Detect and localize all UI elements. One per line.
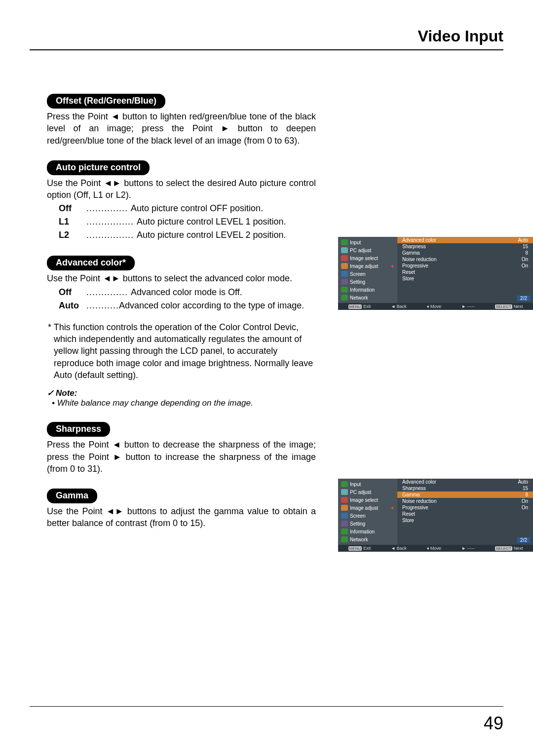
osd-footer-exit-label: Exit (363, 546, 371, 551)
osd-row[interactable]: Sharpness15 (397, 243, 533, 250)
osd-nav-icon (341, 481, 348, 487)
osd-footer: MENUExit ◄ Back ♦ Move ► ----- SELECTNex… (338, 545, 533, 552)
osd-nav-item[interactable]: Network (338, 535, 397, 543)
osd-row[interactable]: Sharpness15 (397, 485, 533, 491)
osd-nav-item[interactable]: Setting (338, 520, 397, 528)
osd-nav-label: PC adjust (350, 248, 371, 253)
osd-footer-dash: ► ----- (461, 546, 474, 551)
autopic-intro: Use the Point ◄► buttons to select the d… (47, 177, 316, 201)
def-desc: Auto picture control LEVEL 2 position. (137, 228, 286, 242)
osd-row[interactable]: ProgressiveOn (397, 263, 533, 269)
osd-row-value: 15 (523, 486, 528, 491)
osd-nav-label: Image select (350, 497, 378, 503)
osd-nav-label: Input (350, 482, 361, 487)
osd-nav-item[interactable]: PC adjust (338, 488, 397, 496)
heading-auto-picture-control: Auto picture control (47, 160, 150, 175)
osd-footer-exit: MENUExit (348, 304, 371, 309)
def-dots: .............. (86, 203, 131, 213)
osd-row[interactable]: Reset (397, 511, 533, 517)
osd-row-label: Gamma (402, 492, 420, 497)
osd-row-label: Sharpness (402, 244, 426, 249)
def-desc: Advanced color according to the type of … (119, 299, 316, 312)
osd-row[interactable]: Store (397, 275, 533, 282)
osd-page-indicator: 2/2 (517, 537, 530, 543)
heading-gamma: Gamma (47, 489, 97, 503)
osd-nav-label: Image adjust (350, 505, 378, 511)
osd-footer-dash: ► ----- (461, 304, 474, 309)
osd-row-value: 8 (525, 250, 528, 256)
osd-page-indicator: 2/2 (517, 296, 530, 301)
osd-nav-icon (341, 536, 348, 542)
osd-nav-item[interactable]: Image adjust (338, 504, 397, 512)
osd-row[interactable]: Reset (397, 269, 533, 275)
osd-row[interactable]: Store (397, 517, 533, 524)
def-left: Auto........... (59, 299, 119, 312)
page-header-title: Video Input (418, 27, 503, 45)
osd-nav-item[interactable]: Image adjust (338, 262, 397, 270)
autopic-definitions: Off.............. Auto picture control O… (47, 202, 316, 242)
osd-nav-label: Network (350, 295, 368, 301)
osd-row-label: Advanced color (402, 479, 436, 485)
menu-key-icon: MENU (348, 304, 362, 309)
osd-row[interactable]: Advanced colorAuto (397, 237, 533, 243)
osd-row-value: On (522, 263, 528, 268)
osd-nav-item[interactable]: Information (338, 528, 397, 535)
osd-row-label: Reset (402, 269, 415, 275)
def-desc: Advanced color mode is Off. (131, 286, 242, 299)
osd-nav-item[interactable]: Input (338, 480, 397, 488)
osd-row-label: Progressive (402, 263, 428, 268)
osd-row-value: Auto (518, 237, 528, 243)
osd-body: InputPC adjustImage selectImage adjustSc… (338, 237, 533, 303)
osd-row[interactable]: ProgressiveOn (397, 504, 533, 511)
osd-nav-label: Input (350, 240, 361, 245)
osd-nav-item[interactable]: Setting (338, 278, 397, 286)
osd-menu-advanced-color: InputPC adjustImage selectImage adjustSc… (338, 237, 533, 310)
osd-footer-back: ◄ Back (391, 304, 406, 309)
menu-key-icon: MENU (348, 546, 362, 551)
osd-row[interactable]: Gamma8 (397, 491, 533, 498)
def-dots: ................ (86, 230, 137, 240)
gamma-body: Use the Point ◄► buttons to adjust the g… (47, 505, 316, 529)
note-heading-text: Note: (56, 388, 77, 398)
osd-nav-item[interactable]: Network (338, 294, 397, 302)
osd-row[interactable]: Advanced colorAuto (397, 479, 533, 485)
osd-nav-icon (341, 255, 348, 261)
osd-nav-item[interactable]: Image select (338, 254, 397, 262)
osd-footer-dash-label: ----- (467, 304, 475, 309)
def-dots: ................ (86, 217, 137, 227)
content-area: Offset (Red/Green/Blue) Press the Point … (47, 89, 501, 538)
osd-main: Advanced colorAutoSharpness15Gamma8Noise… (397, 237, 533, 303)
osd-nav-label: Network (350, 537, 368, 542)
osd-nav-item[interactable]: Information (338, 286, 397, 294)
autopic-row-l1: L1................ Auto picture control … (47, 215, 316, 228)
osd-footer-next-label: Next (514, 546, 523, 551)
osd-row[interactable]: Noise reductionOn (397, 498, 533, 504)
osd-row-label: Reset (402, 511, 415, 517)
osd-row-label: Noise reduction (402, 257, 436, 262)
osd-footer-move: ♦ Move (427, 546, 441, 551)
osd-nav-item[interactable]: Screen (338, 270, 397, 278)
osd-row[interactable]: Noise reductionOn (397, 256, 533, 263)
osd-nav-label: Information (350, 529, 375, 534)
select-key-icon: SELECT (495, 546, 512, 551)
advcolor-definitions: Off.............. Advanced color mode is… (47, 286, 316, 312)
def-label: Auto (59, 299, 86, 312)
osd-footer-back-label: Back (397, 546, 407, 551)
note-heading: ✓Note: (47, 388, 316, 398)
header-rule (30, 49, 503, 50)
osd-footer-dash-label: ----- (467, 546, 475, 551)
osd-nav-icon (341, 521, 348, 527)
osd-nav-icon (341, 239, 348, 245)
osd-nav-icon (341, 497, 348, 503)
osd-menu-gamma: InputPC adjustImage selectImage adjustSc… (338, 479, 533, 552)
sharpness-body: Press the Point ◄ button to decrease the… (47, 439, 316, 475)
osd-nav-item[interactable]: Image select (338, 496, 397, 504)
osd-nav-item[interactable]: Input (338, 238, 397, 246)
def-label: L1 (59, 215, 86, 228)
osd-row[interactable]: Gamma8 (397, 250, 533, 256)
osd-nav-item[interactable]: Screen (338, 512, 397, 520)
osd-row-label: Store (402, 518, 414, 523)
osd-nav-label: Screen (350, 271, 366, 277)
left-column: Offset (Red/Green/Blue) Press the Point … (47, 89, 316, 529)
osd-nav-item[interactable]: PC adjust (338, 246, 397, 254)
